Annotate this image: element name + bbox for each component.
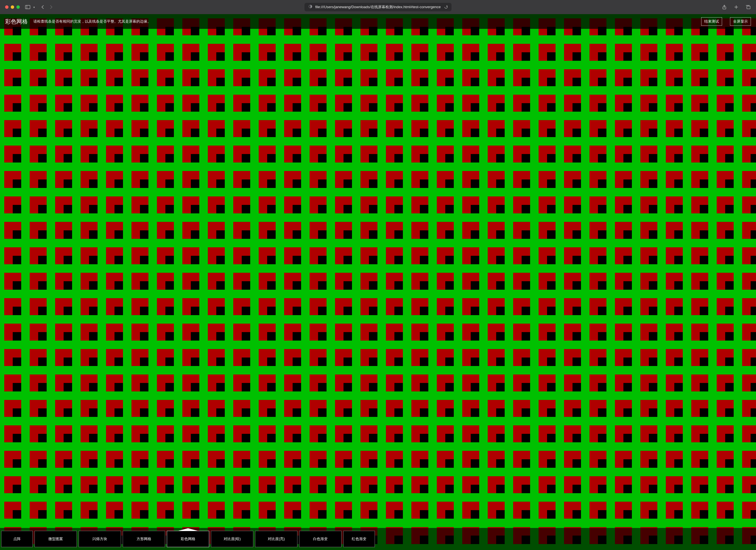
svg-rect-5 bbox=[747, 6, 750, 9]
test-thumbnail[interactable]: 对比度(亮) bbox=[255, 531, 297, 547]
browser-toolbar: ▾ file:///Users/janewang/Downloads/在线屏幕检… bbox=[0, 0, 756, 14]
test-thumbnail-label: 白色渐变 bbox=[313, 536, 328, 542]
close-window-button[interactable] bbox=[5, 5, 8, 9]
color-grid-test-pattern bbox=[0, 14, 756, 550]
test-thumbnail-label: 点阵 bbox=[13, 536, 21, 542]
test-thumbnail[interactable]: 微型图案 bbox=[34, 531, 77, 547]
reload-icon[interactable] bbox=[444, 5, 448, 10]
test-thumbnail[interactable]: 彩色网格 bbox=[167, 531, 209, 547]
nav-back-icon[interactable] bbox=[40, 4, 46, 10]
test-thumbnail-label: 闪烁方块 bbox=[92, 536, 107, 542]
window-controls bbox=[5, 5, 20, 9]
test-header-bar: 彩色网格 请检查线条是否有相同的宽度，以及线条是否平整。尤其是屏幕的边缘。 结束… bbox=[0, 14, 756, 29]
test-thumbnail[interactable]: 点阵 bbox=[1, 531, 33, 547]
chevron-down-icon[interactable]: ▾ bbox=[33, 6, 35, 9]
test-thumbnail-label: 对比度(亮) bbox=[268, 536, 285, 542]
page-viewport: 彩色网格 请检查线条是否有相同的宽度，以及线条是否平整。尤其是屏幕的边缘。 结束… bbox=[0, 14, 756, 550]
test-thumbnail-label: 微型图案 bbox=[48, 536, 63, 542]
test-thumbnail-label: 对比度(暗) bbox=[224, 536, 241, 542]
test-thumbnail[interactable]: 方形网格 bbox=[123, 531, 165, 547]
test-title: 彩色网格 bbox=[5, 18, 28, 25]
test-thumbnail[interactable]: 闪烁方块 bbox=[79, 531, 121, 547]
test-thumbnail-strip: 点阵微型图案闪烁方块方形网格彩色网格对比度(暗)对比度(亮)白色渐变红色渐变 bbox=[0, 528, 756, 550]
share-icon[interactable] bbox=[722, 4, 727, 10]
test-thumbnail[interactable]: 白色渐变 bbox=[299, 531, 342, 547]
fullscreen-button[interactable]: 全屏显示 bbox=[730, 17, 751, 26]
test-thumbnail-label: 彩色网格 bbox=[181, 536, 195, 542]
maximize-window-button[interactable] bbox=[16, 5, 20, 9]
test-thumbnail-label: 红色渐变 bbox=[352, 536, 366, 542]
nav-forward-icon[interactable] bbox=[48, 4, 54, 10]
test-description: 请检查线条是否有相同的宽度，以及线条是否平整。尤其是屏幕的边缘。 bbox=[33, 19, 151, 24]
minimize-window-button[interactable] bbox=[11, 5, 14, 9]
new-tab-icon[interactable] bbox=[733, 4, 739, 10]
test-thumbnail[interactable]: 对比度(暗) bbox=[211, 531, 253, 547]
test-thumbnail-label: 方形网格 bbox=[137, 536, 151, 542]
sidebar-toggle-icon[interactable] bbox=[25, 4, 31, 10]
test-thumbnail[interactable]: 红色渐变 bbox=[343, 531, 375, 547]
svg-rect-0 bbox=[25, 5, 30, 9]
tab-overview-icon[interactable] bbox=[745, 4, 751, 10]
end-test-button[interactable]: 结束测试 bbox=[701, 17, 722, 26]
address-bar[interactable]: file:///Users/janewang/Downloads/在线屏幕检测/… bbox=[304, 3, 452, 11]
reader-mode-icon[interactable] bbox=[308, 5, 312, 10]
url-text: file:///Users/janewang/Downloads/在线屏幕检测/… bbox=[315, 5, 441, 10]
